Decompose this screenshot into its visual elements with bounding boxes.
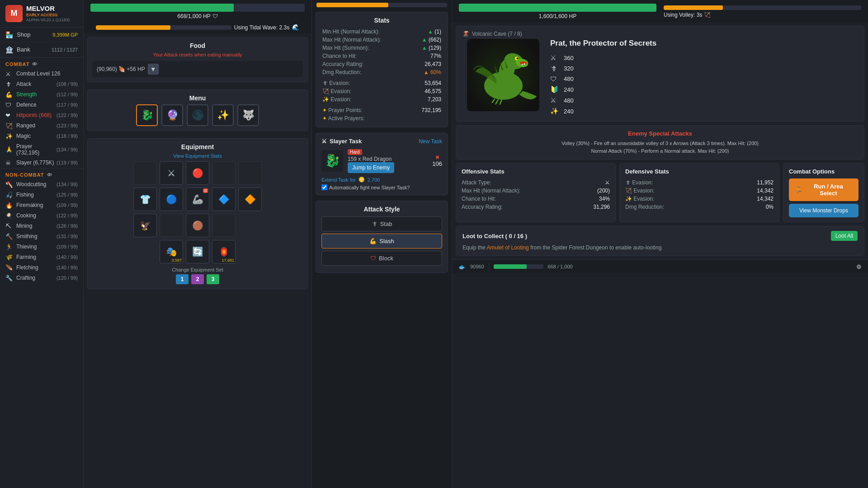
hitpoints-label: Hitpoints (668) xyxy=(16,112,57,118)
menu-btn-star[interactable]: ✨ xyxy=(212,104,234,126)
sidebar-item-mining[interactable]: ⛏ Mining (126 / 99) xyxy=(0,221,83,231)
equip-slot-empty-3[interactable] xyxy=(238,161,262,185)
enemy-name: Prat, the Protector of Secrets xyxy=(550,39,858,48)
attack-label: Attack xyxy=(16,81,57,87)
enemy-special-title: Enemy Special Attacks xyxy=(462,130,858,137)
sidebar-item-farming[interactable]: 🌾 Farming (140 / 99) xyxy=(0,252,83,263)
equip-slot-summon2[interactable]: 🔄 xyxy=(186,240,209,263)
equip-slot-summon3[interactable]: 🏮 17,681 xyxy=(212,240,236,263)
view-monster-drops-button[interactable]: View Monster Drops xyxy=(789,204,859,217)
sidebar-item-fishing[interactable]: 🎣 Fishing (125 / 99) xyxy=(0,190,83,200)
equip-slot-amulet[interactable]: 🔶 xyxy=(238,188,262,211)
woodcutting-level: (134 / 99) xyxy=(57,182,78,187)
equip-slot-empty-2[interactable] xyxy=(212,161,236,185)
app-sub: EARLY ACCESS xyxy=(26,13,70,18)
menu-btn-spell[interactable]: 🔮 xyxy=(161,104,183,126)
sidebar-item-attack[interactable]: 🗡 Attack (108 / 99) xyxy=(0,79,83,89)
bstat-accuracy-label: Accuracy Rating: xyxy=(462,204,503,210)
slayer-auto-checkbox[interactable] xyxy=(321,184,327,190)
enemy-stat-2: 320 xyxy=(564,65,574,72)
new-task-button[interactable]: New Task xyxy=(419,138,442,145)
equip-slot-legs[interactable]: 🦾 0 xyxy=(186,188,209,211)
sidebar-item-shop[interactable]: 🏪 Shop 9,399M GP xyxy=(0,28,83,42)
svg-line-9 xyxy=(492,99,494,103)
style-btn-stab[interactable]: 🗡 Stab xyxy=(321,216,442,231)
menu-btn-summon[interactable]: 🌑 xyxy=(187,104,208,126)
stab-icon: 🗡 xyxy=(372,221,377,227)
bstat-def-evasion1-label: 🗡 Evasion: xyxy=(625,179,653,186)
farming-label: Farming xyxy=(16,254,57,260)
enemy-stat-3: 480 xyxy=(564,75,574,82)
set-button-3[interactable]: 3 xyxy=(207,274,219,284)
crafting-icon: 🔧 xyxy=(5,275,14,282)
style-btn-block[interactable]: 🛡 Block xyxy=(321,251,442,266)
equip-slot-chest[interactable]: 🔵 xyxy=(160,188,183,211)
bstat-accuracy-val: 31,296 xyxy=(593,204,610,210)
sidebar-item-defence[interactable]: 🛡 Defence (117 / 99) xyxy=(0,100,83,110)
sidebar-item-firemaking[interactable]: 🔥 Firemaking (109 / 99) xyxy=(0,200,83,211)
equip-slot-empty-5[interactable] xyxy=(212,214,236,237)
bottom-action-icon[interactable]: ⚙ xyxy=(856,263,862,270)
sidebar-item-slayer[interactable]: ☠ Slayer (6,775K) (119 / 99) xyxy=(0,158,83,168)
style-btn-slash[interactable]: 💪 Slash xyxy=(321,234,442,249)
magic-level: (118 / 99) xyxy=(57,133,78,139)
enemy-stat-4: 240 xyxy=(564,86,574,93)
equip-slot-empty-1[interactable] xyxy=(133,161,157,185)
fletching-label: Fletching xyxy=(16,264,57,271)
sidebar-item-hitpoints[interactable]: ❤ Hitpoints (668) (122 / 99) xyxy=(0,110,83,121)
equip-slot-body[interactable]: 👕 xyxy=(133,188,157,211)
noncombat-visibility-icon[interactable]: 👁 xyxy=(47,172,52,178)
view-equip-stats-link[interactable]: View Equipment Stats xyxy=(92,153,303,159)
bstat-max-hit-label: Max Hit (Normal Attack): xyxy=(462,188,520,194)
loot-all-button[interactable]: Loot All xyxy=(831,231,858,241)
firemaking-level: (109 / 99) xyxy=(57,202,78,208)
mining-icon: ⛏ xyxy=(5,223,14,230)
enemy-stat-def: 🔰 240 xyxy=(550,84,858,95)
sidebar-item-thieving[interactable]: 🏃 Thieving (109 / 99) xyxy=(0,242,83,252)
sidebar-item-ranged[interactable]: 🏹 Ranged (123 / 99) xyxy=(0,121,83,131)
food-add-button[interactable]: ▼ xyxy=(148,64,159,75)
defence-icon: 🛡 xyxy=(5,102,14,108)
equip-slot-summon1[interactable]: 🎭 3,587 xyxy=(160,240,183,263)
set-buttons: 1 2 3 xyxy=(92,274,303,284)
run-area-select-button[interactable]: 🏃 Run / Area Select xyxy=(789,178,859,201)
sidebar-item-cooking[interactable]: 🍳 Cooking (122 / 99) xyxy=(0,211,83,221)
amulet-link[interactable]: Amulet of Looting xyxy=(486,244,528,251)
player-hp-track xyxy=(90,4,305,12)
combat-visibility-icon[interactable]: 👁 xyxy=(32,61,38,67)
enemy-location: 🌋 Volcanic Cave (7 / 8) xyxy=(462,31,858,37)
svg-point-5 xyxy=(516,57,518,59)
equip-slot-empty-4[interactable] xyxy=(160,214,183,237)
menu-btn-pet[interactable]: 🐺 xyxy=(237,104,259,126)
equip-slot-gloves[interactable]: 🔷 xyxy=(212,188,236,211)
stat-evasion-mage-label: ✨ Evasion: xyxy=(322,96,351,103)
jump-to-enemy-button[interactable]: Jump to Enemy xyxy=(348,162,394,173)
slayer-difficulty-badge: Hard xyxy=(348,149,362,155)
sidebar-item-crafting[interactable]: 🔧 Crafting (120 / 99) xyxy=(0,273,83,283)
stats-panel: Stats Min Hit (Normal Attack): ▲ (1) Max… xyxy=(316,12,448,127)
strength-icon: 💪 xyxy=(5,91,14,98)
equip-slot-helmet[interactable]: ⚔ xyxy=(160,161,183,185)
equip-slot-cape[interactable]: 🔴 xyxy=(186,161,209,185)
sidebar-item-prayer[interactable]: 🙏 Prayer (732,195) (134 / 99) xyxy=(0,141,83,158)
sidebar-item-woodcutting[interactable]: 🪓 Woodcutting (134 / 99) xyxy=(0,179,83,190)
bottom-hp-current: 668 / 1,000 xyxy=(548,264,573,269)
sidebar-item-magic[interactable]: ✨ Magic (118 / 99) xyxy=(0,131,83,141)
strength-label: Strength xyxy=(16,91,57,98)
equip-slot-boots[interactable]: 🦅 xyxy=(133,214,157,237)
block-label: Block xyxy=(379,255,393,262)
equip-slot-ring[interactable]: 🟤 xyxy=(186,214,209,237)
stat-evasion-r-val: 46,575 xyxy=(425,88,441,94)
sidebar-item-smithing[interactable]: 🔨 Smithing (131 / 99) xyxy=(0,231,83,242)
sidebar-item-bank[interactable]: 🏦 Bank 1112 / 1127 xyxy=(0,42,83,57)
set-button-2[interactable]: 2 xyxy=(191,274,204,284)
bstat-accuracy: Accuracy Rating: 31,296 xyxy=(462,203,610,211)
enemy-hp-fill xyxy=(459,4,656,12)
enemy-stat-shield: 🛡 480 xyxy=(550,74,858,84)
set-button-1[interactable]: 1 xyxy=(176,274,189,284)
bstat-def-dmg-val: 0% xyxy=(766,204,774,210)
menu-btn-combat[interactable]: 🐉 xyxy=(136,104,158,126)
sidebar-item-combat-level[interactable]: ⚔ Combat Level 126 xyxy=(0,69,83,79)
sidebar-item-strength[interactable]: 💪 Strength (112 / 99) xyxy=(0,89,83,100)
sidebar-item-fletching[interactable]: 🪶 Fletching (140 / 99) xyxy=(0,263,83,273)
